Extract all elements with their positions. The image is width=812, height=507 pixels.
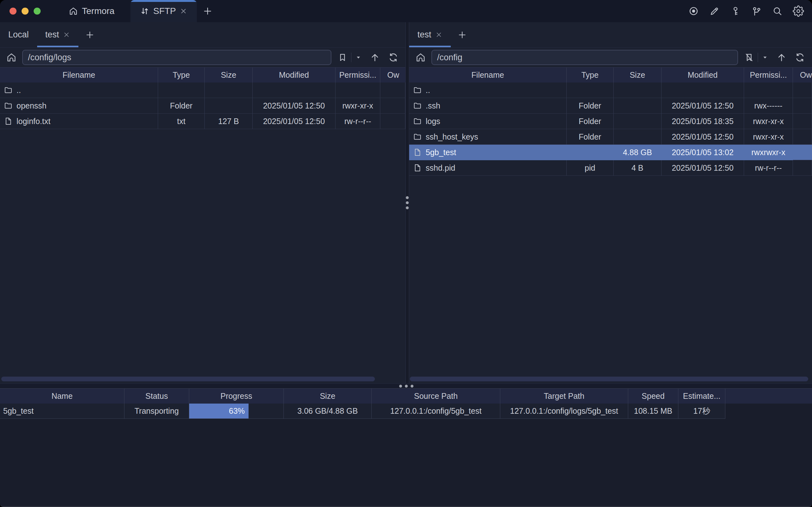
table-row[interactable]: ..	[0, 82, 405, 98]
owner-cell	[793, 98, 812, 114]
splitter-grip-icon	[406, 196, 409, 209]
left-horizontal-scrollbar[interactable]	[1, 377, 375, 381]
record-icon[interactable]	[686, 4, 701, 18]
filename-cell: logs	[409, 114, 566, 129]
close-tab-icon[interactable]	[63, 31, 70, 38]
filename-label: logs	[426, 117, 440, 126]
minimize-window-button[interactable]	[21, 8, 29, 15]
modified-cell: 2025/01/05 13:02	[661, 145, 744, 160]
right-column-header[interactable]: Modified	[661, 68, 744, 82]
filename-label: ..	[16, 86, 21, 95]
right-column-header[interactable]: Ow	[793, 68, 812, 82]
transfer-column-header[interactable]: Target Path	[500, 389, 628, 404]
vertical-splitter[interactable]	[405, 22, 409, 383]
transfer-filler-cell	[725, 404, 812, 419]
titlebar: Termora SFTP	[0, 0, 812, 22]
horizontal-splitter[interactable]	[0, 383, 812, 388]
zoom-window-button[interactable]	[34, 8, 41, 15]
transfer-area-background	[0, 419, 812, 506]
left-column-header[interactable]: Ow	[380, 68, 405, 82]
filename-cell: 5gb_test	[409, 145, 566, 160]
right-path-input[interactable]	[431, 50, 738, 65]
parent-directory-icon[interactable]	[774, 52, 789, 62]
home-icon[interactable]	[5, 52, 18, 63]
search-icon[interactable]	[770, 4, 785, 18]
permissions-cell: rwx------	[744, 98, 793, 114]
type-cell: Folder	[566, 129, 613, 145]
close-window-button[interactable]	[9, 8, 16, 15]
tab-termora-label: Termora	[82, 6, 115, 16]
close-tab-icon[interactable]	[180, 7, 187, 15]
settings-gear-icon[interactable]	[791, 4, 806, 18]
table-row[interactable]: ..	[409, 82, 812, 98]
left-column-header[interactable]: Type	[158, 68, 205, 82]
right-column-header[interactable]: Permissi...	[744, 68, 793, 82]
table-row[interactable]: loginfo.txttxt127 B2025/01/05 12:50rw-r-…	[0, 114, 405, 129]
left-column-header[interactable]: Size	[205, 68, 253, 82]
left-file-table: FilenameTypeSizeModifiedPermissi...Ow ..…	[0, 67, 405, 129]
filename-cell: .ssh	[409, 98, 566, 114]
transfer-column-header[interactable]: Name	[0, 389, 124, 404]
permissions-cell: rwxr-xr-x	[744, 114, 793, 129]
table-row[interactable]: logsFolder2025/01/05 18:35rwxr-xr-x	[409, 114, 812, 129]
left-column-header[interactable]: Modified	[253, 68, 335, 82]
edit-pencil-icon[interactable]	[707, 4, 722, 18]
transfer-column-header[interactable]: Status	[124, 389, 189, 404]
transfer-column-header[interactable]	[725, 389, 812, 404]
file-icon	[4, 117, 13, 126]
left-tab-local[interactable]: Local	[0, 22, 37, 47]
left-path-input[interactable]	[22, 50, 331, 65]
filename-cell: loginfo.txt	[0, 114, 158, 129]
transfer-column-header[interactable]: Source Path	[372, 389, 500, 404]
table-row[interactable]: .sshFolder2025/01/05 12:50rwx------	[409, 98, 812, 114]
right-file-table: FilenameTypeSizeModifiedPermissi...Ow ..…	[409, 67, 812, 176]
refresh-icon[interactable]	[793, 52, 807, 62]
bookmark-dropdown-icon[interactable]	[353, 54, 364, 61]
branch-icon[interactable]	[749, 4, 764, 18]
table-row[interactable]: 5gb_test4.88 GB2025/01/05 13:02rwxrwxr-x	[409, 145, 812, 160]
filename-cell: openssh	[0, 98, 158, 114]
refresh-icon[interactable]	[386, 52, 400, 62]
tab-sftp[interactable]: SFTP	[130, 0, 197, 22]
type-cell: txt	[158, 114, 205, 129]
transfer-column-header[interactable]: Progress	[189, 389, 284, 404]
right-horizontal-scrollbar[interactable]	[410, 377, 808, 381]
left-column-header[interactable]: Permissi...	[335, 68, 380, 82]
table-row[interactable]: ssh_host_keysFolder2025/01/05 12:50rwxr-…	[409, 129, 812, 145]
left-column-header[interactable]: Filename	[0, 68, 158, 82]
bookmark-dropdown-icon[interactable]	[760, 54, 770, 61]
transfer-column-header[interactable]: Speed	[628, 389, 679, 404]
left-new-tab-button[interactable]	[81, 22, 99, 47]
new-window-tab-button[interactable]	[199, 0, 216, 22]
left-tab-test[interactable]: test	[37, 22, 79, 47]
table-row[interactable]: sshd.pidpid4 B2025/01/05 12:50rw-r--r--	[409, 160, 812, 176]
type-cell: Folder	[158, 98, 205, 114]
type-cell: pid	[566, 160, 613, 176]
filename-label: ssh_host_keys	[426, 132, 478, 142]
owner-cell	[793, 129, 812, 145]
transfer-row[interactable]: 5gb_testTransporting63%3.06 GB/4.88 GB12…	[0, 404, 812, 419]
right-tab-test[interactable]: test	[409, 22, 451, 47]
owner-cell	[793, 160, 812, 176]
right-column-header[interactable]: Type	[566, 68, 613, 82]
filename-cell: ssh_host_keys	[409, 129, 566, 145]
size-cell	[613, 98, 661, 114]
filename-label: ..	[426, 86, 430, 95]
filename-cell: sshd.pid	[409, 160, 566, 176]
right-column-header[interactable]: Size	[613, 68, 661, 82]
left-tab-test-label: test	[45, 30, 59, 40]
bookmark-remove-icon[interactable]	[743, 53, 756, 62]
table-row[interactable]: opensshFolder2025/01/05 12:50rwxr-xr-x	[0, 98, 405, 114]
close-tab-icon[interactable]	[435, 31, 442, 38]
home-icon[interactable]	[414, 52, 427, 63]
filename-label: openssh	[16, 101, 47, 110]
transfer-column-header[interactable]: Estimate...	[679, 389, 725, 404]
right-column-header[interactable]: Filename	[409, 68, 566, 82]
parent-directory-icon[interactable]	[368, 52, 382, 62]
tab-termora[interactable]: Termora	[59, 0, 124, 22]
transfer-column-header[interactable]: Size	[284, 389, 372, 404]
key-icon[interactable]	[728, 4, 743, 18]
bookmark-icon[interactable]	[336, 53, 349, 62]
right-new-tab-button[interactable]	[453, 22, 471, 47]
permissions-cell: rwxrwxr-x	[744, 145, 793, 160]
